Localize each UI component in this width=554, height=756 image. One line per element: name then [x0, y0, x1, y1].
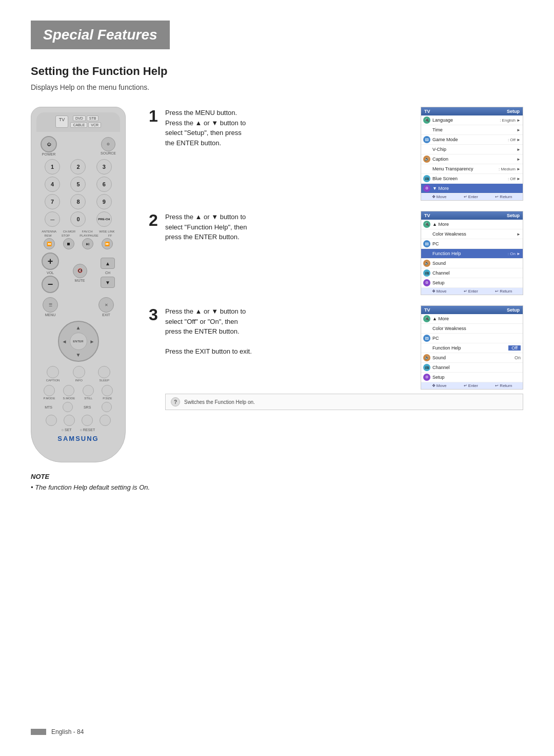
menu-button[interactable]: ☰ — [43, 297, 58, 313]
prech-button[interactable]: PRE-CH — [96, 211, 112, 227]
panel2-item-sound: 🔊 Sound — [421, 259, 523, 268]
num-0-button[interactable]: 0 — [70, 211, 86, 227]
sleep-label: SLEEP — [100, 379, 109, 382]
section-title: Setting the Function Help — [31, 65, 523, 78]
header-banner: Special Features — [31, 21, 170, 49]
info-button[interactable] — [73, 366, 85, 378]
ch-down-button[interactable]: ▼ — [101, 277, 115, 288]
mts-button[interactable] — [63, 402, 73, 412]
dpad-right-button[interactable]: ► — [90, 339, 95, 344]
num-3-button[interactable]: 3 — [96, 159, 112, 175]
caption-label: CAPTION — [46, 379, 60, 382]
antenna-label: ANTENNA — [42, 230, 56, 233]
ch-up-button[interactable]: ▲ — [101, 258, 115, 269]
cable-button[interactable]: CABLE — [70, 122, 87, 128]
sleep-button[interactable] — [98, 366, 110, 378]
caption-row: CAPTION INFO SLEEP — [36, 364, 120, 384]
mute-label: MUTE — [75, 279, 85, 282]
still-button[interactable] — [83, 385, 94, 396]
source-label: SOURCE — [101, 151, 116, 155]
num-6-button[interactable]: 6 — [96, 177, 112, 192]
psize-button[interactable] — [102, 385, 113, 396]
dvd-button[interactable]: DVD — [73, 115, 86, 121]
psize-label: P.SIZE — [103, 397, 112, 400]
panel1-item-time: Time ► — [421, 125, 523, 135]
panel1-item-vchip: V-Chip ► — [421, 145, 523, 154]
rew-button[interactable]: ⏪ — [44, 238, 55, 249]
panel3-item-fh: Function Help Off — [421, 343, 523, 353]
footer-bar — [31, 729, 46, 735]
num-4-button[interactable]: 4 — [45, 177, 60, 192]
num-5-button[interactable]: 5 — [70, 177, 86, 192]
p2-input-icon: 🔌 — [423, 221, 430, 228]
play-pause-button[interactable]: ⏯ — [82, 238, 93, 249]
dpad-down-button[interactable]: ▼ — [76, 352, 81, 358]
panel1-item-input: 🔌 Language : English ► — [421, 115, 523, 125]
panel1-tv-label: TV — [424, 109, 430, 114]
panel3-tv-label: TV — [424, 307, 430, 313]
step-3-row: 3 Press the ▲ or ▼ button to select "Off… — [149, 305, 523, 390]
info-label: INFO — [75, 379, 83, 382]
mute-button[interactable]: 🔇 — [73, 264, 87, 278]
panel2-nav: ❖ Move ↵ Enter ↩ Return — [421, 288, 523, 295]
bottom-btn-1[interactable] — [46, 415, 57, 426]
step-2-number: 2 — [149, 212, 160, 228]
remote-wrapper: TV DVD STB CABLE VCR — [31, 107, 133, 462]
num-1-button[interactable]: 1 — [45, 159, 60, 175]
on-option: On — [515, 355, 521, 360]
smode-label: S.MODE — [63, 397, 75, 400]
num-7-button[interactable]: 7 — [45, 194, 60, 209]
remote-control: TV DVD STB CABLE VCR — [31, 107, 126, 462]
note-section: NOTE • The function Help default setting… — [31, 473, 523, 491]
srs-button[interactable] — [102, 402, 112, 412]
channel-icon: 📺 — [423, 175, 430, 182]
panel3-item-channel: 📺 Channel — [421, 363, 523, 373]
tv-button[interactable]: TV — [55, 115, 69, 128]
chmgr-label: CH.MGR — [63, 230, 75, 233]
bottom-buttons — [36, 414, 120, 427]
set-reset-row: ○ SET ○ RESET — [36, 427, 120, 433]
power-button[interactable]: ⏻ — [41, 136, 57, 152]
caption-button[interactable] — [47, 366, 59, 378]
tv-panel-1: TV Setup 🔌 Language : English ► Time ► 🖼… — [421, 107, 523, 201]
setup-icon: ⚙ — [423, 185, 430, 192]
tv-panel-3-header: TV Setup — [421, 306, 523, 314]
dash-button[interactable]: — — [45, 211, 60, 227]
num-9-button[interactable]: 9 — [96, 194, 112, 209]
ff-button[interactable]: ⏩ — [102, 238, 113, 249]
p2-sound-icon: 🔊 — [423, 260, 430, 267]
blank3-icon — [423, 165, 430, 172]
section-description: Displays Help on the menu functions. — [31, 83, 523, 91]
pmode-label: P.MODE — [44, 397, 55, 400]
input-icon: 🔌 — [423, 117, 430, 124]
enter-button[interactable]: ENTER — [70, 333, 87, 350]
power-source-row: ⏻ POWER ⊙ SOURCE — [36, 135, 120, 157]
stop-button[interactable]: ⏹ — [63, 238, 74, 249]
dpad-left-button[interactable]: ◄ — [62, 339, 67, 344]
p2-picture-icon: 🖼 — [423, 240, 430, 247]
dpad-up-button[interactable]: ▲ — [76, 325, 81, 331]
vcr-button[interactable]: VCR — [88, 122, 101, 128]
stb-button[interactable]: STB — [87, 115, 99, 121]
tv-panel-2-header: TV Setup — [421, 211, 523, 220]
panel3-item-cw: Color Weakness — [421, 324, 523, 334]
bottom-btn-2[interactable] — [64, 415, 75, 426]
smode-button[interactable] — [63, 385, 74, 396]
panel2-item-picture: 🖼 PC — [421, 239, 523, 249]
p3-input-icon: 🔌 — [423, 315, 430, 322]
exit-button[interactable]: ✕ — [98, 297, 114, 313]
brand-logo: SAMSUNG — [36, 433, 120, 447]
footer-text: English - 84 — [51, 728, 84, 735]
vol-down-button[interactable]: − — [42, 276, 59, 293]
bottom-btn-4[interactable] — [100, 415, 111, 426]
vol-up-button[interactable]: + — [42, 253, 59, 270]
p3-blank2-icon — [423, 344, 430, 352]
panel2-setup-label: Setup — [507, 213, 520, 218]
source-button[interactable]: ⊙ — [101, 137, 115, 151]
bottom-btn-3[interactable] — [82, 415, 93, 426]
pmode-button[interactable] — [44, 385, 55, 396]
set-label: ○ SET — [62, 428, 72, 432]
num-8-button[interactable]: 8 — [70, 194, 86, 209]
p3-channel-icon: 📺 — [423, 364, 430, 371]
num-2-button[interactable]: 2 — [70, 159, 86, 175]
